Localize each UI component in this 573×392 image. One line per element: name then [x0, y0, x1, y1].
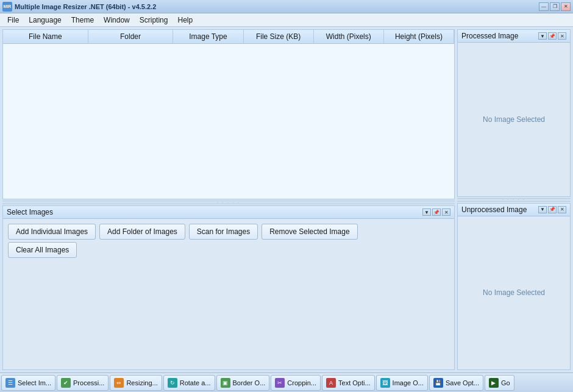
- menu-item-theme[interactable]: Theme: [66, 15, 99, 26]
- col-header-height: Height (Pixels): [384, 30, 454, 43]
- unprocessed-pin-button[interactable]: 📌: [548, 206, 557, 213]
- status-item-7[interactable]: 🖼Image O...: [376, 375, 428, 391]
- processed-pin-button[interactable]: 📌: [548, 32, 557, 40]
- status-icon-5: ✂: [275, 378, 285, 388]
- status-label-3: Rotate a...: [180, 379, 211, 387]
- window-title: Multiple Image Resizer .NET (64bit) - v4…: [15, 3, 539, 10]
- panel-pin-button[interactable]: 📌: [432, 208, 441, 216]
- processed-image-panel: Processed Image ▼ 📌 ✕ No Image Selected: [457, 29, 571, 197]
- col-header-width: Width (Pixels): [314, 30, 384, 43]
- col-header-imagetype: Image Type: [173, 30, 243, 43]
- status-item-0[interactable]: ☰Select Im...: [1, 375, 55, 391]
- processed-image-controls: ▼ 📌 ✕: [538, 32, 566, 40]
- status-label-8: Save Opt...: [446, 379, 479, 387]
- status-label-9: Go: [501, 379, 510, 387]
- file-list-panel: File Name Folder Image Type File Size (K…: [2, 29, 455, 199]
- select-images-body: Add Individual Images Add Folder of Imag…: [3, 219, 454, 369]
- scan-images-button[interactable]: Scan for Images: [189, 224, 258, 240]
- status-item-3[interactable]: ↻Rotate a...: [163, 375, 215, 391]
- status-label-2: Resizing...: [126, 379, 157, 387]
- status-icon-1: ✔: [61, 378, 71, 388]
- status-icon-3: ↻: [168, 378, 177, 388]
- panel-close-button[interactable]: ✕: [442, 208, 450, 216]
- main-content: File Name Folder Image Type File Size (K…: [0, 27, 573, 372]
- add-folder-images-button[interactable]: Add Folder of Images: [99, 224, 185, 240]
- status-icon-7: 🖼: [380, 378, 390, 388]
- menu-bar: FileLanguageThemeWindowScriptingHelp: [0, 13, 573, 27]
- col-header-filename: File Name: [3, 30, 88, 43]
- panel-divider: [2, 201, 455, 204]
- table-header: File Name Folder Image Type File Size (K…: [3, 30, 454, 44]
- unprocessed-image-title: Unprocessed Image: [461, 205, 527, 214]
- status-label-0: Select Im...: [18, 379, 51, 387]
- unprocessed-dropdown-button[interactable]: ▼: [538, 206, 547, 213]
- processed-no-image-text: No Image Selected: [483, 115, 545, 124]
- right-panel: Processed Image ▼ 📌 ✕ No Image Selected …: [457, 27, 573, 372]
- status-label-4: Border O...: [233, 379, 266, 387]
- menu-item-window[interactable]: Window: [99, 15, 135, 26]
- right-divider: [457, 198, 571, 202]
- status-item-6[interactable]: AText Opti...: [322, 375, 375, 391]
- col-header-folder: Folder: [88, 30, 174, 43]
- select-images-header: Select Images ▼ 📌 ✕: [3, 206, 454, 219]
- unprocessed-image-controls: ▼ 📌 ✕: [538, 206, 566, 213]
- processed-close-button[interactable]: ✕: [558, 32, 566, 40]
- status-item-9[interactable]: ▶Go: [485, 375, 514, 391]
- button-row-1: Add Individual Images Add Folder of Imag…: [8, 224, 449, 240]
- status-label-5: Croppin...: [287, 379, 316, 387]
- add-individual-images-button[interactable]: Add Individual Images: [8, 224, 96, 240]
- select-images-controls: ▼ 📌 ✕: [422, 208, 450, 216]
- minimize-button[interactable]: —: [539, 2, 549, 11]
- unprocessed-no-image-text: No Image Selected: [483, 288, 545, 297]
- menu-item-scripting[interactable]: Scripting: [135, 15, 173, 26]
- unprocessed-image-header: Unprocessed Image ▼ 📌 ✕: [458, 204, 570, 216]
- left-panel: File Name Folder Image Type File Size (K…: [0, 27, 457, 372]
- window-controls: — ❐ ✕: [539, 2, 571, 11]
- unprocessed-image-panel: Unprocessed Image ▼ 📌 ✕ No Image Selecte…: [457, 203, 571, 371]
- select-images-title: Select Images: [7, 208, 53, 216]
- select-images-panel: Select Images ▼ 📌 ✕ Add Individual Image…: [2, 205, 455, 370]
- processed-image-title: Processed Image: [461, 32, 518, 40]
- restore-button[interactable]: ❐: [550, 2, 560, 11]
- status-icon-2: ⇔: [114, 378, 124, 388]
- file-table-body[interactable]: [3, 44, 454, 199]
- status-label-6: Text Opti...: [338, 379, 371, 387]
- status-icon-8: 💾: [433, 378, 443, 388]
- processed-image-body: No Image Selected: [458, 43, 570, 196]
- status-item-2[interactable]: ⇔Resizing...: [110, 375, 162, 391]
- menu-item-file[interactable]: File: [2, 15, 24, 26]
- status-item-5[interactable]: ✂Croppin...: [271, 375, 321, 391]
- status-label-1: Processi...: [73, 379, 104, 387]
- menu-item-language[interactable]: Language: [24, 15, 66, 26]
- col-header-filesize: File Size (KB): [244, 30, 314, 43]
- unprocessed-close-button[interactable]: ✕: [558, 206, 566, 213]
- status-icon-0: ☰: [5, 378, 15, 388]
- remove-selected-button[interactable]: Remove Selected Image: [262, 224, 357, 240]
- title-bar: MIR Multiple Image Resizer .NET (64bit) …: [0, 0, 573, 13]
- status-bar: ☰Select Im...✔Processi...⇔Resizing...↻Ro…: [0, 372, 573, 392]
- status-icon-6: A: [326, 378, 336, 388]
- processed-image-header: Processed Image ▼ 📌 ✕: [458, 30, 570, 43]
- status-item-4[interactable]: ▣Border O...: [216, 375, 270, 391]
- close-button[interactable]: ✕: [561, 2, 571, 11]
- status-icon-9: ▶: [489, 378, 499, 388]
- status-label-7: Image O...: [393, 379, 424, 387]
- status-item-1[interactable]: ✔Processi...: [57, 375, 109, 391]
- status-icon-4: ▣: [221, 378, 230, 388]
- button-row-2: Clear All Images: [8, 242, 449, 258]
- menu-item-help[interactable]: Help: [173, 15, 198, 26]
- clear-all-button[interactable]: Clear All Images: [8, 242, 77, 258]
- panel-dropdown-button[interactable]: ▼: [422, 208, 431, 216]
- app-icon: MIR: [2, 2, 12, 12]
- processed-dropdown-button[interactable]: ▼: [538, 32, 547, 40]
- unprocessed-image-body: No Image Selected: [458, 216, 570, 370]
- status-item-8[interactable]: 💾Save Opt...: [429, 375, 483, 391]
